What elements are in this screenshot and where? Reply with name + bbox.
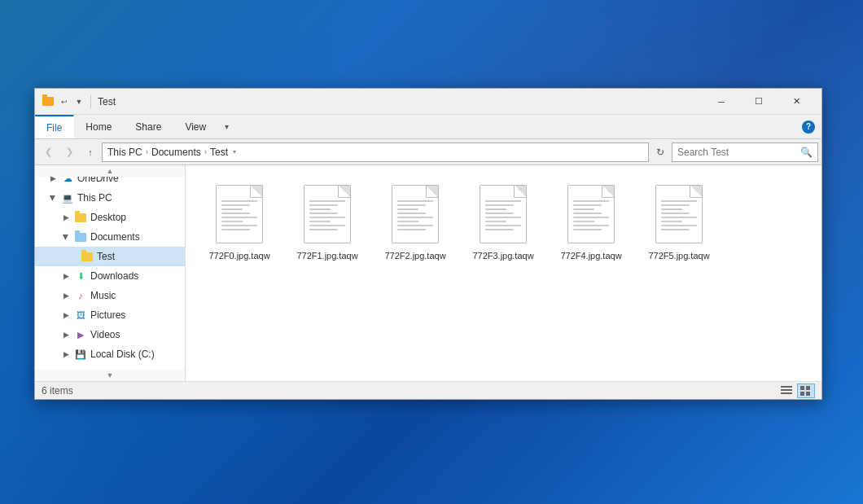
sidebar-label-thispc: This PC xyxy=(77,192,112,204)
window-folder-icon xyxy=(42,95,55,108)
file-item[interactable]: 772F5.jpg.taqw xyxy=(638,178,720,265)
sidebar-label-pictures: Pictures xyxy=(90,309,125,321)
sidebar-scroll-up[interactable]: ▲ xyxy=(35,165,185,177)
downloads-icon: ⬇ xyxy=(74,270,87,283)
path-test[interactable]: Test xyxy=(210,147,228,158)
sidebar-item-thispc[interactable]: ▶ 💻 This PC xyxy=(35,188,185,208)
sidebar-item-documents[interactable]: ▶ Documents xyxy=(35,227,185,247)
minimize-button[interactable]: ─ xyxy=(703,89,740,115)
explorer-window: ↩ ▼ Test ─ ☐ ✕ File Home Share View ▾ ? … xyxy=(34,88,822,400)
file-name: 772F5.jpg.taqw xyxy=(648,250,709,261)
ribbon-expand-button[interactable]: ▾ xyxy=(218,115,235,138)
file-item[interactable]: 772F3.jpg.taqw xyxy=(462,178,544,265)
expand-arrow-downloads[interactable]: ▶ xyxy=(61,271,71,281)
sidebar-item-downloads[interactable]: ▶ ⬇ Downloads xyxy=(35,266,185,286)
file-icon-container xyxy=(562,182,620,247)
window-title: Test xyxy=(98,96,703,107)
sidebar: ▲ ▶ ☁ OneDrive ▶ 💻 This PC ▶ Desktop xyxy=(35,165,186,381)
address-path[interactable]: This PC › Documents › Test ▾ xyxy=(102,142,649,162)
refresh-button[interactable]: ↻ xyxy=(651,142,670,162)
file-doc-icon xyxy=(216,185,263,243)
tab-view[interactable]: View xyxy=(173,115,218,138)
file-name: 772F1.jpg.taqw xyxy=(296,250,357,261)
close-button[interactable]: ✕ xyxy=(778,89,815,115)
expand-arrow-localdisk[interactable]: ▶ xyxy=(61,349,71,359)
ribbon-help: ? xyxy=(795,115,821,138)
sidebar-item-test[interactable]: ▶ Test xyxy=(35,247,185,266)
view-buttons xyxy=(778,383,815,398)
file-icon-container xyxy=(650,182,708,247)
sidebar-item-music[interactable]: ▶ ♪ Music xyxy=(35,286,185,305)
file-doc-lines xyxy=(221,200,257,233)
music-icon: ♪ xyxy=(74,289,87,302)
sidebar-scroll-down[interactable]: ▼ xyxy=(35,370,185,381)
file-doc-lines xyxy=(485,200,521,233)
file-item[interactable]: 772F4.jpg.taqw xyxy=(550,178,632,265)
quick-access-toolbar: ↩ ▼ xyxy=(58,95,94,108)
search-icon[interactable]: 🔍 xyxy=(800,147,813,158)
svg-rect-6 xyxy=(806,392,810,396)
sidebar-label-desktop: Desktop xyxy=(90,212,126,223)
expand-arrow-desktop[interactable]: ▶ xyxy=(61,213,71,222)
file-item[interactable]: 772F0.jpg.taqw xyxy=(199,178,280,265)
file-item[interactable]: 772F1.jpg.taqw xyxy=(287,178,368,265)
window-controls: ─ ☐ ✕ xyxy=(703,89,815,115)
sidebar-label-downloads: Downloads xyxy=(90,270,138,282)
file-doc-icon xyxy=(567,185,615,243)
file-item[interactable]: 772F2.jpg.taqw xyxy=(375,178,456,265)
svg-rect-5 xyxy=(800,392,804,396)
file-icon-container xyxy=(210,182,269,247)
file-doc-icon xyxy=(655,185,703,243)
view-details-button[interactable] xyxy=(778,383,795,398)
expand-arrow-videos[interactable]: ▶ xyxy=(61,330,71,340)
path-thispc[interactable]: This PC xyxy=(107,147,142,158)
test-folder-icon xyxy=(81,250,94,263)
path-documents[interactable]: Documents xyxy=(151,147,201,158)
address-bar: ❮ ❯ ↑ This PC › Documents › Test ▾ ↻ 🔍 xyxy=(35,139,821,165)
expand-arrow-documents[interactable]: ▶ xyxy=(61,232,71,242)
svg-rect-1 xyxy=(781,389,792,391)
title-bar: ↩ ▼ Test ─ ☐ ✕ xyxy=(35,89,821,115)
view-largeicons-button[interactable] xyxy=(797,383,815,398)
qat-down-button[interactable]: ▼ xyxy=(72,95,85,108)
expand-arrow-music[interactable]: ▶ xyxy=(61,291,71,300)
documents-folder-icon xyxy=(74,230,87,243)
help-button[interactable]: ? xyxy=(802,121,815,134)
file-name: 772F2.jpg.taqw xyxy=(384,250,445,261)
file-doc-lines xyxy=(573,200,609,233)
path-dropdown-button[interactable]: ▾ xyxy=(228,143,241,161)
up-button[interactable]: ↑ xyxy=(81,142,100,162)
content-area: 772F0.jpg.taqw 772F1.jpg.taqw xyxy=(186,165,821,381)
back-button[interactable]: ❮ xyxy=(38,142,58,162)
expand-arrow-pictures[interactable]: ▶ xyxy=(61,310,71,320)
localdisk-icon: 💾 xyxy=(74,348,87,361)
qat-undo-button[interactable]: ↩ xyxy=(58,95,71,108)
tab-share[interactable]: Share xyxy=(124,115,173,138)
sidebar-item-videos[interactable]: ▶ ▶ Videos xyxy=(35,325,185,344)
file-doc-icon xyxy=(304,185,351,243)
svg-rect-4 xyxy=(806,386,810,390)
sidebar-item-pictures[interactable]: ▶ 🖼 Pictures xyxy=(35,305,185,325)
expand-arrow-thispc[interactable]: ▶ xyxy=(48,193,58,203)
file-doc-icon xyxy=(392,185,439,243)
svg-rect-2 xyxy=(781,392,792,394)
path-sep-2: › xyxy=(204,147,207,156)
thispc-icon: 💻 xyxy=(61,191,74,204)
desktop-folder-icon xyxy=(74,211,87,224)
svg-rect-3 xyxy=(800,386,804,390)
item-count: 6 items xyxy=(42,385,778,397)
status-bar: 6 items xyxy=(35,381,821,399)
file-name: 772F3.jpg.taqw xyxy=(472,250,533,261)
file-icon-container xyxy=(386,182,445,247)
sidebar-item-localdisk[interactable]: ▶ 💾 Local Disk (C:) xyxy=(35,344,185,364)
tab-file[interactable]: File xyxy=(35,115,74,138)
sidebar-item-desktop[interactable]: ▶ Desktop xyxy=(35,208,185,227)
forward-button[interactable]: ❯ xyxy=(59,142,79,162)
sidebar-label-videos: Videos xyxy=(90,329,120,340)
maximize-button[interactable]: ☐ xyxy=(740,89,778,115)
file-doc-icon xyxy=(480,185,527,243)
search-input[interactable] xyxy=(677,147,800,158)
sidebar-label-documents: Documents xyxy=(90,231,140,243)
breadcrumb: This PC › Documents › Test xyxy=(107,147,228,158)
tab-home[interactable]: Home xyxy=(74,115,124,138)
